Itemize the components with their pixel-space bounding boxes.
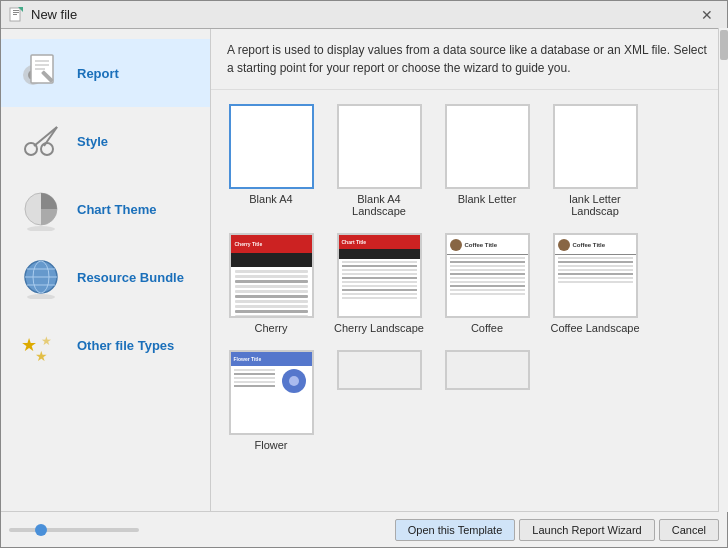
cancel-button[interactable]: Cancel [659, 519, 719, 541]
sidebar-report-label: Report [77, 66, 119, 81]
description-text: A report is used to display values from … [211, 29, 727, 90]
template-name-cherry-landscape: Cherry Landscape [334, 322, 424, 334]
scrollbar[interactable] [718, 29, 727, 511]
svg-text:★: ★ [41, 334, 52, 348]
template-name-coffee: Coffee [471, 322, 503, 334]
sidebar-item-report[interactable]: Report [1, 39, 210, 107]
window-icon [9, 7, 25, 23]
sidebar-chart-label: Chart Theme [77, 202, 156, 217]
template-name-blank-letter: Blank Letter [458, 193, 517, 205]
template-name-blank-letter-landscape: lank Letter Landscap [549, 193, 641, 217]
template-flower[interactable]: Flower Title [221, 346, 321, 455]
template-coffee-landscape[interactable]: Coffee Title [545, 229, 645, 338]
template-cherry-landscape[interactable]: Chart Title [329, 229, 429, 338]
sidebar-resource-label: Resource Bundle [77, 270, 184, 285]
titlebar-left: New file [9, 7, 77, 23]
bottom-bar: Open this Template Launch Report Wizard … [1, 511, 727, 547]
template-blank-letter-landscape[interactable]: lank Letter Landscap [545, 100, 645, 221]
svg-point-17 [27, 226, 55, 231]
slider-container [9, 528, 387, 532]
template-coffee[interactable]: Coffee Title [437, 229, 537, 338]
svg-rect-2 [13, 12, 19, 13]
template-thumb-partial-1 [337, 350, 422, 390]
template-blank-letter[interactable]: Blank Letter [437, 100, 537, 221]
svg-rect-1 [13, 10, 19, 11]
window-title: New file [31, 7, 77, 22]
svg-rect-3 [13, 14, 17, 15]
other-files-icon: ★ ★ ★ [17, 321, 65, 369]
report-icon [17, 49, 65, 97]
resource-icon [17, 253, 65, 301]
launch-wizard-button[interactable]: Launch Report Wizard [519, 519, 654, 541]
sidebar-item-other-file-types[interactable]: ★ ★ ★ Other file Types [1, 311, 210, 379]
template-name-flower: Flower [254, 439, 287, 451]
template-thumb-coffee-landscape: Coffee Title [553, 233, 638, 318]
templates-grid: Blank A4 Blank A4 Landscape Blank Letter [211, 90, 727, 511]
svg-point-23 [27, 294, 55, 299]
open-template-button[interactable]: Open this Template [395, 519, 516, 541]
chart-icon [17, 185, 65, 233]
svg-point-13 [41, 143, 53, 155]
zoom-slider[interactable] [9, 528, 139, 532]
template-blank-a4-landscape[interactable]: Blank A4 Landscape [329, 100, 429, 221]
sidebar: Report Style [1, 29, 211, 511]
titlebar: New file ✕ [1, 1, 727, 29]
template-cherry[interactable]: Cherry Title [221, 229, 321, 338]
scrollbar-thumb[interactable] [720, 30, 728, 60]
template-partial-2[interactable] [437, 346, 537, 455]
bottom-buttons: Open this Template Launch Report Wizard … [395, 519, 719, 541]
sidebar-item-resource-bundle[interactable]: Resource Bundle [1, 243, 210, 311]
template-partial-1[interactable] [329, 346, 429, 455]
new-file-dialog: New file ✕ [0, 0, 728, 548]
sidebar-item-style[interactable]: Style [1, 107, 210, 175]
template-name-coffee-landscape: Coffee Landscape [550, 322, 639, 334]
template-name-blank-a4-landscape: Blank A4 Landscape [333, 193, 425, 217]
close-button[interactable]: ✕ [695, 5, 719, 25]
template-thumb-blank-letter [445, 104, 530, 189]
template-thumb-cherry-landscape: Chart Title [337, 233, 422, 318]
template-blank-a4[interactable]: Blank A4 [221, 100, 321, 221]
right-panel: A report is used to display values from … [211, 29, 727, 511]
main-content: Report Style [1, 29, 727, 511]
slider-thumb [35, 524, 47, 536]
template-thumb-cherry: Cherry Title [229, 233, 314, 318]
template-thumb-blank-letter-landscape [553, 104, 638, 189]
svg-text:★: ★ [35, 348, 48, 364]
sidebar-style-label: Style [77, 134, 108, 149]
template-thumb-blank-a4 [229, 104, 314, 189]
template-name-cherry: Cherry [254, 322, 287, 334]
sidebar-item-chart-theme[interactable]: Chart Theme [1, 175, 210, 243]
template-thumb-blank-a4-landscape [337, 104, 422, 189]
template-thumb-partial-2 [445, 350, 530, 390]
template-thumb-flower: Flower Title [229, 350, 314, 435]
sidebar-other-label: Other file Types [77, 338, 174, 353]
style-icon [17, 117, 65, 165]
template-name-blank-a4: Blank A4 [249, 193, 292, 205]
template-thumb-coffee: Coffee Title [445, 233, 530, 318]
